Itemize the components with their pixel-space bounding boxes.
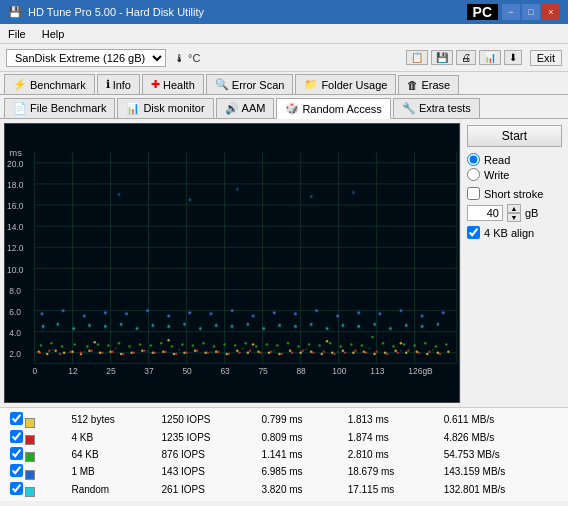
svg-point-117	[301, 349, 304, 352]
tab-benchmark[interactable]: ⚡ Benchmark	[4, 74, 95, 94]
svg-point-150	[244, 342, 247, 345]
svg-text:10.0: 10.0	[7, 265, 24, 275]
svg-point-91	[400, 342, 403, 345]
menu-file[interactable]: File	[4, 27, 30, 41]
exit-button[interactable]: Exit	[530, 50, 562, 66]
svg-point-201	[167, 325, 170, 328]
svg-point-77	[352, 352, 355, 355]
svg-text:20.0: 20.0	[7, 159, 24, 169]
svg-point-130	[439, 353, 442, 356]
temp-unit: °C	[188, 52, 200, 64]
svg-point-67	[247, 352, 250, 355]
start-button[interactable]: Start	[467, 125, 562, 147]
file-benchmark-icon: 📄	[13, 102, 27, 115]
row-4kb-avg: 0.809 ms	[257, 429, 343, 446]
svg-point-188	[421, 314, 424, 317]
tab-extra-tests[interactable]: 🔧 Extra tests	[393, 98, 480, 118]
svg-point-138	[118, 342, 121, 345]
svg-point-47	[46, 353, 49, 356]
tabs-row-1: ⚡ Benchmark ℹ Info ✚ Health 🔍 Error Scan…	[0, 72, 568, 95]
row-512-ops: 1250 IOPS	[158, 411, 258, 428]
disk-monitor-icon: 📊	[126, 102, 140, 115]
drive-selector[interactable]: SanDisk Extreme (126 gB)	[6, 49, 166, 67]
close-button[interactable]: ×	[542, 4, 560, 20]
svg-text:12: 12	[68, 366, 78, 376]
svg-text:75: 75	[258, 366, 268, 376]
row-64kb-max: 2.810 ms	[344, 446, 440, 463]
tab-info[interactable]: ℹ Info	[97, 74, 140, 94]
health-icon: ✚	[151, 78, 160, 91]
svg-point-154	[287, 342, 290, 345]
svg-point-186	[378, 312, 381, 315]
spinner-input[interactable]: 40	[467, 205, 503, 221]
maximize-button[interactable]: □	[522, 4, 540, 20]
short-stroke-label[interactable]: Short stroke	[467, 187, 562, 200]
svg-point-87	[93, 341, 96, 344]
write-radio-label[interactable]: Write	[467, 168, 562, 181]
toolbar-btn-3[interactable]: 🖨	[456, 50, 476, 65]
svg-point-181	[273, 311, 276, 314]
svg-point-144	[181, 343, 184, 346]
toolbar: SanDisk Extreme (126 gB) 🌡 °C 📋 💾 🖨 📊 ⬇ …	[0, 44, 568, 72]
menu-help[interactable]: Help	[38, 27, 69, 41]
svg-point-88	[167, 339, 170, 342]
svg-text:25: 25	[106, 366, 116, 376]
toolbar-btn-5[interactable]: ⬇	[504, 50, 522, 65]
svg-point-89	[252, 343, 255, 346]
toolbar-btn-1[interactable]: 📋	[406, 50, 428, 65]
write-radio[interactable]	[467, 168, 480, 181]
toolbar-btn-4[interactable]: 📊	[479, 50, 501, 65]
svg-point-219	[188, 198, 191, 201]
extra-tests-icon: 🔧	[402, 102, 416, 115]
svg-point-160	[350, 343, 353, 346]
align-checkbox[interactable]	[467, 226, 480, 239]
toolbar-btn-2[interactable]: 💾	[431, 50, 453, 65]
row-1mb-max: 18.679 ms	[344, 463, 440, 480]
short-stroke-checkbox[interactable]	[467, 187, 480, 200]
row-random-color	[6, 481, 67, 498]
spinner-down-button[interactable]: ▼	[507, 213, 521, 222]
row-512-label: 512 bytes	[67, 411, 157, 428]
read-radio[interactable]	[467, 153, 480, 166]
svg-point-90	[326, 340, 329, 343]
svg-point-173	[104, 311, 107, 314]
row-4kb-label: 4 KB	[67, 429, 157, 446]
svg-text:ms: ms	[9, 147, 22, 158]
read-write-options: Read Write	[467, 153, 562, 181]
svg-point-162	[371, 336, 374, 339]
svg-point-209	[294, 325, 297, 328]
svg-point-197	[104, 325, 107, 328]
svg-point-106	[185, 352, 188, 355]
svg-point-220	[310, 195, 313, 198]
svg-point-93	[48, 349, 51, 352]
tab-file-benchmark[interactable]: 📄 File Benchmark	[4, 98, 115, 118]
chart-and-sidebar: ms	[0, 119, 568, 407]
tab-folder-usage[interactable]: 📁 Folder Usage	[295, 74, 396, 94]
tab-error-scan[interactable]: 🔍 Error Scan	[206, 74, 294, 94]
tab-erase[interactable]: 🗑 Erase	[398, 75, 459, 94]
tabs-row-2: 📄 File Benchmark 📊 Disk monitor 🔊 AAM 🎲 …	[0, 95, 568, 119]
tab-health[interactable]: ✚ Health	[142, 74, 204, 94]
minimize-button[interactable]: −	[502, 4, 520, 20]
svg-point-72	[299, 352, 302, 355]
row-64kb-color	[6, 446, 67, 463]
svg-point-126	[396, 352, 399, 355]
svg-point-229	[305, 349, 307, 351]
svg-point-95	[69, 351, 72, 354]
svg-point-170	[40, 312, 43, 315]
svg-point-107	[196, 349, 199, 352]
tab-disk-monitor[interactable]: 📊 Disk monitor	[117, 98, 213, 118]
read-radio-label[interactable]: Read	[467, 153, 562, 166]
spinner-up-button[interactable]: ▲	[507, 204, 521, 213]
tab-aam[interactable]: 🔊 AAM	[216, 98, 275, 118]
svg-point-113	[259, 352, 262, 355]
thermometer-icon: 🌡	[174, 52, 185, 64]
svg-point-110	[228, 353, 231, 356]
svg-point-230	[337, 351, 339, 353]
svg-point-194	[56, 323, 59, 326]
row-512-color	[6, 411, 67, 428]
svg-text:12.0: 12.0	[7, 243, 24, 253]
align-label[interactable]: 4 KB align	[467, 226, 562, 239]
svg-text:6.0: 6.0	[9, 307, 21, 317]
tab-random-access[interactable]: 🎲 Random Access	[276, 98, 390, 119]
